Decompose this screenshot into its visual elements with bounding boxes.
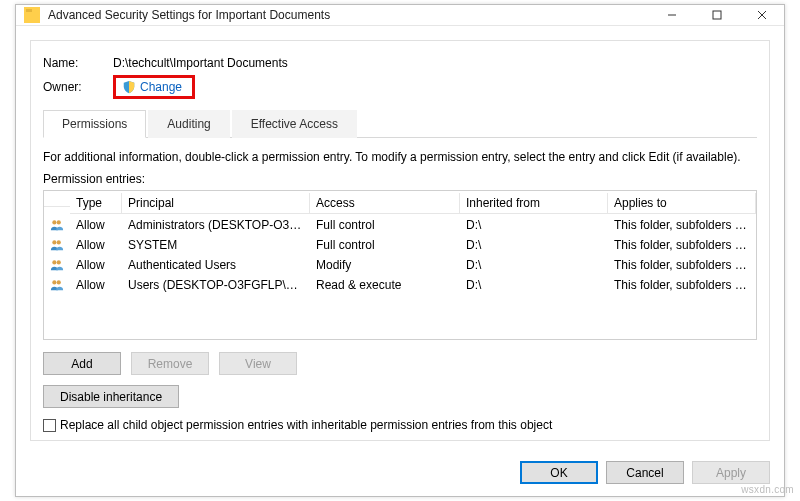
cancel-button[interactable]: Cancel bbox=[606, 461, 684, 484]
add-button[interactable]: Add bbox=[43, 352, 121, 375]
svg-rect-1 bbox=[713, 11, 721, 19]
cell-principal: Users (DESKTOP-O3FGFLP\Users) bbox=[122, 277, 310, 293]
change-link[interactable]: Change bbox=[140, 80, 182, 94]
disable-inheritance-button[interactable]: Disable inheritance bbox=[43, 385, 179, 408]
svg-point-9 bbox=[57, 260, 61, 264]
cell-access: Read & execute bbox=[310, 277, 460, 293]
col-inherited[interactable]: Inherited from bbox=[460, 193, 608, 214]
cell-access: Modify bbox=[310, 257, 460, 273]
svg-point-10 bbox=[52, 280, 56, 284]
maximize-button[interactable] bbox=[694, 5, 739, 25]
cell-inherited: D:\ bbox=[460, 237, 608, 253]
table-header: Type Principal Access Inherited from App… bbox=[44, 191, 756, 215]
apply-button: Apply bbox=[692, 461, 770, 484]
replace-children-row[interactable]: Replace all child object permission entr… bbox=[43, 418, 757, 432]
inheritance-buttons: Disable inheritance bbox=[43, 385, 757, 408]
remove-button: Remove bbox=[131, 352, 209, 375]
svg-point-5 bbox=[57, 220, 61, 224]
minimize-button[interactable] bbox=[649, 5, 694, 25]
owner-value: Change bbox=[113, 75, 757, 99]
name-row: Name: D:\techcult\Important Documents bbox=[43, 51, 757, 75]
replace-children-checkbox[interactable] bbox=[43, 419, 56, 432]
tab-effective-access[interactable]: Effective Access bbox=[232, 110, 357, 138]
table-row[interactable]: Allow Users (DESKTOP-O3FGFLP\Users) Read… bbox=[44, 275, 756, 295]
col-type[interactable]: Type bbox=[70, 193, 122, 214]
view-button: View bbox=[219, 352, 297, 375]
replace-children-label: Replace all child object permission entr… bbox=[60, 418, 552, 432]
svg-point-11 bbox=[57, 280, 61, 284]
cell-applies: This folder, subfolders and files bbox=[608, 257, 756, 273]
tab-bar: Permissions Auditing Effective Access bbox=[43, 109, 757, 138]
entry-buttons: Add Remove View bbox=[43, 352, 757, 375]
cell-applies: This folder, subfolders and files bbox=[608, 217, 756, 233]
cell-type: Allow bbox=[70, 257, 122, 273]
window-controls bbox=[649, 5, 784, 25]
cell-applies: This folder, subfolders and files bbox=[608, 237, 756, 253]
name-label: Name: bbox=[43, 56, 113, 70]
description-text: For additional information, double-click… bbox=[43, 150, 757, 164]
content-area: Name: D:\techcult\Important Documents Ow… bbox=[16, 26, 784, 451]
owner-row: Owner: Change bbox=[43, 75, 757, 99]
shield-icon bbox=[122, 80, 136, 94]
svg-point-4 bbox=[52, 220, 56, 224]
cell-inherited: D:\ bbox=[460, 217, 608, 233]
permission-table[interactable]: Type Principal Access Inherited from App… bbox=[43, 190, 757, 340]
cell-access: Full control bbox=[310, 217, 460, 233]
users-icon bbox=[44, 277, 70, 293]
col-principal[interactable]: Principal bbox=[122, 193, 310, 214]
name-value: D:\techcult\Important Documents bbox=[113, 56, 757, 70]
ok-button[interactable]: OK bbox=[520, 461, 598, 484]
tab-permissions[interactable]: Permissions bbox=[43, 110, 146, 138]
svg-point-6 bbox=[52, 240, 56, 244]
inner-panel: Name: D:\techcult\Important Documents Ow… bbox=[30, 40, 770, 441]
table-row[interactable]: Allow SYSTEM Full control D:\ This folde… bbox=[44, 235, 756, 255]
svg-point-7 bbox=[57, 240, 61, 244]
cell-inherited: D:\ bbox=[460, 257, 608, 273]
change-highlight: Change bbox=[113, 75, 195, 99]
cell-applies: This folder, subfolders and files bbox=[608, 277, 756, 293]
table-row[interactable]: Allow Authenticated Users Modify D:\ Thi… bbox=[44, 255, 756, 275]
window: Advanced Security Settings for Important… bbox=[15, 4, 785, 497]
col-applies[interactable]: Applies to bbox=[608, 193, 756, 214]
dialog-footer: OK Cancel Apply bbox=[16, 451, 784, 496]
close-button[interactable] bbox=[739, 5, 784, 25]
window-title: Advanced Security Settings for Important… bbox=[48, 8, 649, 22]
table-row[interactable]: Allow Administrators (DESKTOP-O3FGF... F… bbox=[44, 215, 756, 235]
users-icon bbox=[44, 237, 70, 253]
cell-principal: Administrators (DESKTOP-O3FGF... bbox=[122, 217, 310, 233]
col-access[interactable]: Access bbox=[310, 193, 460, 214]
cell-principal: SYSTEM bbox=[122, 237, 310, 253]
owner-label: Owner: bbox=[43, 80, 113, 94]
svg-point-8 bbox=[52, 260, 56, 264]
cell-inherited: D:\ bbox=[460, 277, 608, 293]
cell-principal: Authenticated Users bbox=[122, 257, 310, 273]
tab-auditing[interactable]: Auditing bbox=[148, 110, 229, 138]
cell-type: Allow bbox=[70, 217, 122, 233]
users-icon bbox=[44, 257, 70, 273]
cell-access: Full control bbox=[310, 237, 460, 253]
users-icon bbox=[44, 217, 70, 233]
folder-icon bbox=[24, 7, 40, 23]
entries-label: Permission entries: bbox=[43, 172, 757, 186]
cell-type: Allow bbox=[70, 277, 122, 293]
cell-type: Allow bbox=[70, 237, 122, 253]
titlebar: Advanced Security Settings for Important… bbox=[16, 5, 784, 26]
